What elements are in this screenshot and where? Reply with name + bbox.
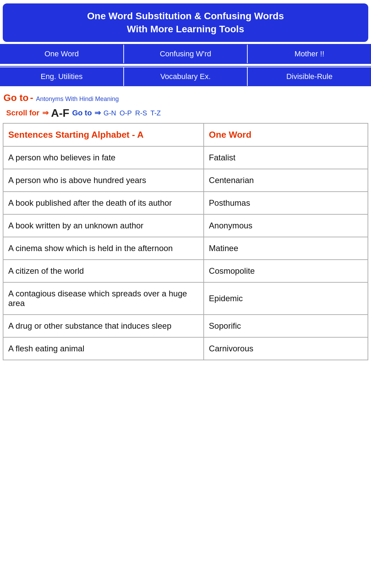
scroll-link-rs[interactable]: R-S — [135, 109, 147, 117]
word-cell: Centenarian — [204, 169, 368, 192]
table-row: A person who believes in fate Fatalist — [3, 146, 368, 169]
table-row: A contagious disease which spreads over … — [3, 282, 368, 315]
table-row: A citizen of the world Cosmopolite — [3, 260, 368, 282]
nav-one-word[interactable]: One Word — [0, 45, 124, 63]
word-cell: Epidemic — [204, 282, 368, 315]
word-cell: Anonymous — [204, 214, 368, 237]
word-cell: Cosmopolite — [204, 260, 368, 282]
sentence-cell: A book published after the death of its … — [3, 192, 204, 214]
word-cell: Fatalist — [204, 146, 368, 169]
word-cell: Carnivorous — [204, 337, 368, 360]
nav-eng-utilities[interactable]: Eng. Utilities — [0, 67, 124, 86]
word-cell: Matinee — [204, 237, 368, 260]
nav-top-row: One Word Confusing W'rd Mother !! — [0, 44, 371, 64]
goto-dash: - — [30, 92, 36, 103]
scroll-arrow: ⇒ — [42, 109, 48, 117]
nav-bottom-row: Eng. Utilities Vocabulary Ex. Divisible-… — [0, 66, 371, 86]
sentence-cell: A person who believes in fate — [3, 146, 204, 169]
sentence-cell: A contagious disease which spreads over … — [3, 282, 204, 315]
scroll-nav: Scroll for ⇒ A-F Go to ⇒ G-N O-P R-S T-Z — [0, 105, 371, 123]
table-row: A cinema show which is held in the after… — [3, 237, 368, 260]
table-row: A person who is above hundred years Cent… — [3, 169, 368, 192]
sentence-cell: A cinema show which is held in the after… — [3, 237, 204, 260]
sentence-cell: A person who is above hundred years — [3, 169, 204, 192]
scroll-goto-label: Go to — [72, 109, 92, 117]
goto-label: Go to — [3, 92, 29, 103]
scroll-for-label: Scroll for — [6, 109, 40, 117]
scroll-af-label: A-F — [51, 107, 69, 120]
nav-divisible-rule[interactable]: Divisible-Rule — [248, 67, 371, 86]
sentence-cell: A drug or other substance that induces s… — [3, 315, 204, 337]
table-row: A drug or other substance that induces s… — [3, 315, 368, 337]
word-substitution-table: Sentences Starting Alphabet - A One Word… — [3, 123, 368, 361]
sentence-cell: A book written by an unknown author — [3, 214, 204, 237]
nav-mother[interactable]: Mother !! — [248, 45, 371, 63]
goto-antonyms-link[interactable]: Antonyms With Hindi Meaning — [36, 95, 119, 102]
table-row: A flesh eating animal Carnivorous — [3, 337, 368, 360]
banner-title: One Word Substitution & Confusing Words … — [7, 10, 364, 36]
table-row: A book published after the death of its … — [3, 192, 368, 214]
table-row: A book written by an unknown author Anon… — [3, 214, 368, 237]
scroll-link-tz[interactable]: T-Z — [150, 109, 161, 117]
col-header-word: One Word — [204, 123, 368, 147]
sentence-cell: A citizen of the world — [3, 260, 204, 282]
word-cell: Posthumas — [204, 192, 368, 214]
nav-confusing-word[interactable]: Confusing W'rd — [124, 45, 248, 63]
word-cell: Soporific — [204, 315, 368, 337]
scroll-links: G-N O-P R-S T-Z — [103, 109, 161, 117]
scroll-goto-arrow: ⇒ — [94, 109, 101, 117]
scroll-link-op[interactable]: O-P — [120, 109, 132, 117]
header-banner: One Word Substitution & Confusing Words … — [3, 3, 368, 42]
col-header-sentence: Sentences Starting Alphabet - A — [3, 123, 204, 147]
sentence-cell: A flesh eating animal — [3, 337, 204, 360]
goto-section: Go to - Antonyms With Hindi Meaning — [0, 86, 371, 105]
scroll-link-gn[interactable]: G-N — [103, 109, 116, 117]
nav-vocabulary[interactable]: Vocabulary Ex. — [124, 67, 248, 86]
